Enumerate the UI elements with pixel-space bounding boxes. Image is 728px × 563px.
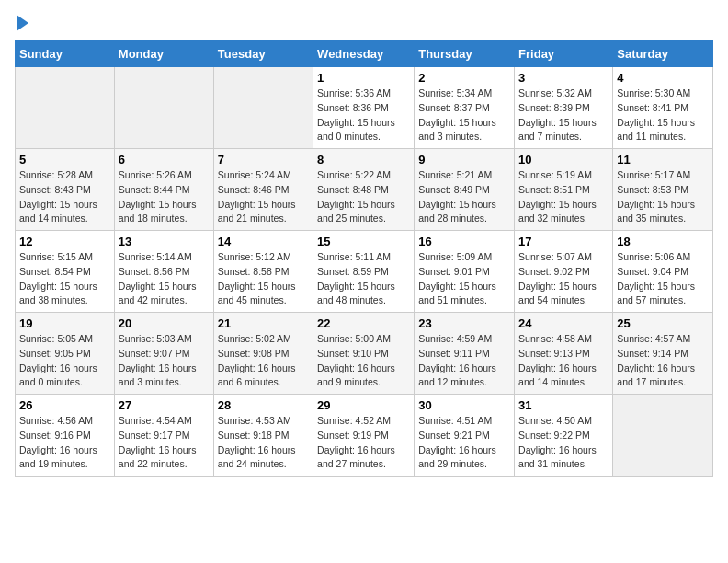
day-number: 21 — [218, 316, 309, 330]
calendar-cell: 13Sunrise: 5:14 AM Sunset: 8:56 PM Dayli… — [114, 231, 213, 313]
day-number: 29 — [317, 398, 410, 412]
calendar-cell: 23Sunrise: 4:59 AM Sunset: 9:11 PM Dayli… — [415, 313, 515, 395]
calendar-cell: 30Sunrise: 4:51 AM Sunset: 9:21 PM Dayli… — [415, 395, 515, 477]
day-info: Sunrise: 4:58 AM Sunset: 9:13 PM Dayligh… — [518, 332, 609, 390]
calendar-header-row: SundayMondayTuesdayWednesdayThursdayFrid… — [16, 41, 713, 67]
day-number: 23 — [418, 316, 510, 330]
calendar-header-monday: Monday — [114, 41, 213, 67]
calendar-header-wednesday: Wednesday — [313, 41, 415, 67]
day-info: Sunrise: 5:11 AM Sunset: 8:59 PM Dayligh… — [317, 250, 410, 308]
calendar-cell: 16Sunrise: 5:09 AM Sunset: 9:01 PM Dayli… — [415, 231, 515, 313]
day-number: 25 — [617, 316, 709, 330]
calendar-cell: 18Sunrise: 5:06 AM Sunset: 9:04 PM Dayli… — [613, 231, 713, 313]
calendar-cell: 6Sunrise: 5:26 AM Sunset: 8:44 PM Daylig… — [114, 149, 213, 231]
day-number: 10 — [518, 153, 609, 167]
day-number: 31 — [518, 398, 609, 412]
calendar-week-1: 1Sunrise: 5:36 AM Sunset: 8:36 PM Daylig… — [16, 67, 713, 149]
day-info: Sunrise: 5:14 AM Sunset: 8:56 PM Dayligh… — [119, 250, 210, 308]
day-number: 1 — [317, 71, 410, 85]
calendar-cell: 22Sunrise: 5:00 AM Sunset: 9:10 PM Dayli… — [313, 313, 415, 395]
day-number: 19 — [19, 316, 110, 330]
calendar-cell — [16, 67, 115, 149]
day-number: 7 — [218, 153, 309, 167]
calendar-week-3: 12Sunrise: 5:15 AM Sunset: 8:54 PM Dayli… — [16, 231, 713, 313]
day-number: 17 — [518, 235, 609, 248]
day-info: Sunrise: 5:00 AM Sunset: 9:10 PM Dayligh… — [317, 332, 410, 390]
day-info: Sunrise: 5:30 AM Sunset: 8:41 PM Dayligh… — [617, 86, 709, 144]
calendar-cell: 25Sunrise: 4:57 AM Sunset: 9:14 PM Dayli… — [613, 313, 713, 395]
day-info: Sunrise: 5:02 AM Sunset: 9:08 PM Dayligh… — [218, 332, 309, 390]
calendar-cell: 11Sunrise: 5:17 AM Sunset: 8:53 PM Dayli… — [613, 149, 713, 231]
logo-arrow-icon — [17, 15, 28, 31]
calendar-cell: 20Sunrise: 5:03 AM Sunset: 9:07 PM Dayli… — [114, 313, 213, 395]
calendar-header-friday: Friday — [515, 41, 613, 67]
calendar-cell: 7Sunrise: 5:24 AM Sunset: 8:46 PM Daylig… — [213, 149, 313, 231]
day-info: Sunrise: 5:17 AM Sunset: 8:53 PM Dayligh… — [617, 168, 709, 226]
day-number: 30 — [418, 398, 510, 412]
calendar-cell: 12Sunrise: 5:15 AM Sunset: 8:54 PM Dayli… — [16, 231, 115, 313]
calendar-cell: 26Sunrise: 4:56 AM Sunset: 9:16 PM Dayli… — [16, 395, 115, 477]
page-header — [15, 15, 713, 31]
day-info: Sunrise: 4:52 AM Sunset: 9:19 PM Dayligh… — [317, 414, 410, 472]
calendar-cell: 31Sunrise: 4:50 AM Sunset: 9:22 PM Dayli… — [515, 395, 613, 477]
calendar-cell — [213, 67, 313, 149]
calendar-week-2: 5Sunrise: 5:28 AM Sunset: 8:43 PM Daylig… — [16, 149, 713, 231]
calendar-table: SundayMondayTuesdayWednesdayThursdayFrid… — [15, 40, 713, 477]
day-info: Sunrise: 5:15 AM Sunset: 8:54 PM Dayligh… — [19, 250, 110, 308]
calendar-header-sunday: Sunday — [16, 41, 115, 67]
day-info: Sunrise: 5:06 AM Sunset: 9:04 PM Dayligh… — [617, 250, 709, 308]
calendar-cell: 3Sunrise: 5:32 AM Sunset: 8:39 PM Daylig… — [515, 67, 613, 149]
day-number: 27 — [119, 398, 210, 412]
day-info: Sunrise: 5:19 AM Sunset: 8:51 PM Dayligh… — [518, 168, 609, 226]
day-number: 28 — [218, 398, 309, 412]
calendar-cell: 8Sunrise: 5:22 AM Sunset: 8:48 PM Daylig… — [313, 149, 415, 231]
calendar-cell: 10Sunrise: 5:19 AM Sunset: 8:51 PM Dayli… — [515, 149, 613, 231]
day-info: Sunrise: 4:50 AM Sunset: 9:22 PM Dayligh… — [518, 414, 609, 472]
day-number: 13 — [119, 235, 210, 248]
day-number: 16 — [418, 235, 510, 248]
calendar-header-saturday: Saturday — [613, 41, 713, 67]
calendar-cell: 29Sunrise: 4:52 AM Sunset: 9:19 PM Dayli… — [313, 395, 415, 477]
calendar-cell: 19Sunrise: 5:05 AM Sunset: 9:05 PM Dayli… — [16, 313, 115, 395]
calendar-cell: 2Sunrise: 5:34 AM Sunset: 8:37 PM Daylig… — [415, 67, 515, 149]
day-number: 12 — [19, 235, 110, 248]
calendar-cell — [114, 67, 213, 149]
day-info: Sunrise: 5:36 AM Sunset: 8:36 PM Dayligh… — [317, 86, 410, 144]
day-info: Sunrise: 5:21 AM Sunset: 8:49 PM Dayligh… — [418, 168, 510, 226]
day-info: Sunrise: 4:59 AM Sunset: 9:11 PM Dayligh… — [418, 332, 510, 390]
logo — [15, 15, 28, 31]
day-info: Sunrise: 5:26 AM Sunset: 8:44 PM Dayligh… — [119, 168, 210, 226]
calendar-cell: 5Sunrise: 5:28 AM Sunset: 8:43 PM Daylig… — [16, 149, 115, 231]
calendar-cell: 28Sunrise: 4:53 AM Sunset: 9:18 PM Dayli… — [213, 395, 313, 477]
calendar-cell — [613, 395, 713, 477]
day-info: Sunrise: 4:53 AM Sunset: 9:18 PM Dayligh… — [218, 414, 309, 472]
calendar-cell: 4Sunrise: 5:30 AM Sunset: 8:41 PM Daylig… — [613, 67, 713, 149]
day-info: Sunrise: 5:05 AM Sunset: 9:05 PM Dayligh… — [19, 332, 110, 390]
calendar-cell: 17Sunrise: 5:07 AM Sunset: 9:02 PM Dayli… — [515, 231, 613, 313]
calendar-cell: 15Sunrise: 5:11 AM Sunset: 8:59 PM Dayli… — [313, 231, 415, 313]
day-info: Sunrise: 5:34 AM Sunset: 8:37 PM Dayligh… — [418, 86, 510, 144]
day-number: 3 — [518, 71, 609, 85]
day-number: 4 — [617, 71, 709, 85]
day-number: 26 — [19, 398, 110, 412]
day-info: Sunrise: 5:12 AM Sunset: 8:58 PM Dayligh… — [218, 250, 309, 308]
calendar-header-tuesday: Tuesday — [213, 41, 313, 67]
day-number: 2 — [418, 71, 510, 85]
day-number: 8 — [317, 153, 410, 167]
day-info: Sunrise: 4:51 AM Sunset: 9:21 PM Dayligh… — [418, 414, 510, 472]
day-number: 9 — [418, 153, 510, 167]
day-info: Sunrise: 4:57 AM Sunset: 9:14 PM Dayligh… — [617, 332, 709, 390]
day-info: Sunrise: 5:03 AM Sunset: 9:07 PM Dayligh… — [119, 332, 210, 390]
day-info: Sunrise: 5:28 AM Sunset: 8:43 PM Dayligh… — [19, 168, 110, 226]
day-info: Sunrise: 5:24 AM Sunset: 8:46 PM Dayligh… — [218, 168, 309, 226]
day-info: Sunrise: 4:56 AM Sunset: 9:16 PM Dayligh… — [19, 414, 110, 472]
calendar-cell: 27Sunrise: 4:54 AM Sunset: 9:17 PM Dayli… — [114, 395, 213, 477]
calendar-cell: 24Sunrise: 4:58 AM Sunset: 9:13 PM Dayli… — [515, 313, 613, 395]
day-info: Sunrise: 5:09 AM Sunset: 9:01 PM Dayligh… — [418, 250, 510, 308]
day-number: 14 — [218, 235, 309, 248]
day-number: 24 — [518, 316, 609, 330]
calendar-cell: 21Sunrise: 5:02 AM Sunset: 9:08 PM Dayli… — [213, 313, 313, 395]
calendar-header-thursday: Thursday — [415, 41, 515, 67]
calendar-cell: 9Sunrise: 5:21 AM Sunset: 8:49 PM Daylig… — [415, 149, 515, 231]
day-number: 22 — [317, 316, 410, 330]
